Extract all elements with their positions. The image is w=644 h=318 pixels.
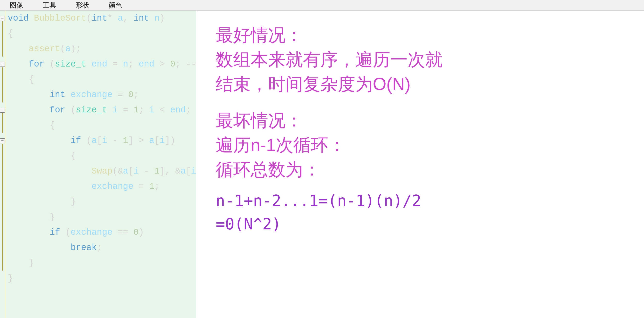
best-case-title: 最好情况： <box>216 23 624 47</box>
code-line-11: Swap(&a[i - 1], &a[i]); <box>8 164 217 179</box>
code-lines: void BubbleSort(int* a, int n) { assert(… <box>5 11 217 318</box>
formula-section: n-1+n-2...1=(n-1)(n)/2 =0(N^2) <box>216 189 624 236</box>
gutter-slot-8 <box>0 118 5 133</box>
token-funcname: BubbleSort <box>34 11 86 26</box>
menu-item-tool[interactable]: 工具 <box>33 0 66 11</box>
token-int2: int <box>134 11 149 26</box>
gutter-slot-13 <box>0 194 5 210</box>
token-star: * <box>107 11 118 26</box>
formula-line1: n-1+n-2...1=(n-1)(n)/2 <box>216 189 624 212</box>
worst-case-title: 最坏情况： <box>216 108 624 133</box>
code-line-6: int exchange = 0; <box>8 87 217 102</box>
code-line-8: { <box>8 118 217 133</box>
code-line-9: if (a[i - 1] > a[i]) <box>8 133 217 148</box>
code-panel: − − <box>0 11 196 318</box>
token-space <box>149 11 154 26</box>
code-line-3: assert(a); <box>8 41 217 57</box>
code-line-2: { <box>8 26 217 41</box>
code-line-7: for (size_t i = 1; i < end; ++i) <box>8 102 217 118</box>
token-a: a <box>118 11 123 26</box>
token-int1: int <box>92 11 107 26</box>
gutter-slot-14 <box>0 210 5 225</box>
worst-case-line2: 循环总数为： <box>216 157 624 182</box>
gutter-slot-15 <box>0 225 5 240</box>
code-line-12: exchange = 1; <box>8 179 217 194</box>
code-line-10: { <box>8 148 217 164</box>
code-line-16: break; <box>8 240 217 255</box>
formula-line2: =0(N^2) <box>216 212 624 236</box>
menu-item-shape[interactable]: 形状 <box>66 0 99 11</box>
gutter-slot-2 <box>0 26 5 41</box>
menu-item-color[interactable]: 颜色 <box>99 0 132 11</box>
token-void: void <box>8 11 34 26</box>
token-paren2: ) <box>160 11 165 26</box>
code-line-4: for (size_t end = n; end > 0; --end) <box>8 57 217 72</box>
token-paren1: ( <box>86 11 92 26</box>
code-line-18: } <box>8 271 217 286</box>
best-case-line2: 结束，时间复杂度为O(N) <box>216 72 624 96</box>
gutter-slot-10 <box>0 148 5 164</box>
worst-case-line1: 遍历n-1次循环： <box>216 133 624 157</box>
code-line-15: if (exchange == 0) <box>8 225 217 240</box>
worst-case-section: 最坏情况： 遍历n-1次循环： 循环总数为： <box>216 108 624 182</box>
gutter-slot-7[interactable]: − <box>0 102 5 118</box>
gutter-slot-1[interactable]: − <box>0 11 5 26</box>
code-line-5: { <box>8 72 217 87</box>
main-content: − − <box>0 11 644 318</box>
menu-item-image[interactable]: 图像 <box>0 0 33 11</box>
gutter-slot-9[interactable]: − <box>0 133 5 148</box>
gutter-slot-17 <box>0 255 5 271</box>
code-line-1: void BubbleSort(int* a, int n) <box>8 11 217 26</box>
token-comma: , <box>123 11 133 26</box>
code-line-14: } <box>8 210 217 225</box>
gutter-slot-18 <box>0 271 5 286</box>
code-line-13: } <box>8 194 217 210</box>
code-line-17: } <box>8 255 217 271</box>
gutter-slot-6 <box>0 87 5 102</box>
gutter-slot-3 <box>0 41 5 57</box>
best-case-line1: 数组本来就有序，遍历一次就 <box>216 47 624 72</box>
gutter-slot-4[interactable]: − <box>0 57 5 72</box>
gutter-slot-5 <box>0 72 5 87</box>
annotation-panel: 最好情况： 数组本来就有序，遍历一次就 结束，时间复杂度为O(N) 最坏情况： … <box>196 11 644 318</box>
best-case-section: 最好情况： 数组本来就有序，遍历一次就 结束，时间复杂度为O(N) <box>216 23 624 96</box>
gutter-slot-16 <box>0 240 5 255</box>
gutter-slot-11 <box>0 164 5 179</box>
token-n: n <box>154 11 160 26</box>
menu-bar: 图像 工具 形状 颜色 <box>0 0 644 11</box>
gutter: − − <box>0 11 5 318</box>
gutter-slot-12 <box>0 179 5 194</box>
